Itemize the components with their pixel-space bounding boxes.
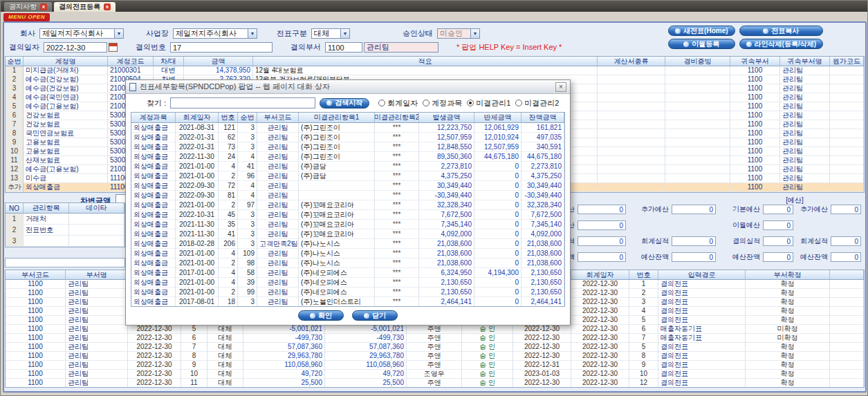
radio-회계일자[interactable]: 회계일자 xyxy=(378,98,418,109)
table-row[interactable]: 3 xyxy=(6,236,124,247)
budget-value-field[interactable]: 0 xyxy=(763,252,793,262)
table-row[interactable]: 외상매출금2022-10-31453관리팀(주)꼬매요코리아***7,672,5… xyxy=(131,210,564,220)
calendar-icon[interactable] xyxy=(109,43,118,52)
cell: 관리팀 xyxy=(780,75,830,84)
column-header: 귀속부서 xyxy=(730,57,780,66)
cell: 외상매출금 xyxy=(131,249,176,258)
budget-value-field[interactable]: 0 xyxy=(578,252,626,262)
table-row[interactable]: 1100관리팀2022-12-306대체-499,730-499,730주앤승 … xyxy=(6,334,864,343)
site-select[interactable]: 제일저지주식회사 ▼ xyxy=(173,28,257,39)
cell: 12,507,959 xyxy=(474,142,521,152)
table-row[interactable]: 외상매출금2021-11-30353관리팀(주)꼬매요코리아***7,345,1… xyxy=(131,220,564,229)
radio-미결관리1[interactable]: 미결관리1 xyxy=(467,98,510,109)
cell: 57,087,360 xyxy=(243,343,325,352)
line-delete-button[interactable]: 라인삭제(등록/삭제) xyxy=(739,39,823,49)
budget-value-field[interactable]: 0 xyxy=(763,236,793,246)
budget-value-field[interactable]: 0 xyxy=(672,236,716,246)
table-row[interactable]: 1100관리팀2022-12-309대체110,058,960110,058,9… xyxy=(6,361,864,370)
copy-voucher-button[interactable]: 전표복사 xyxy=(739,26,823,36)
table-row[interactable]: 외상매출금2021-01-00439관리팀(주)네오피에스***2,130,65… xyxy=(131,278,564,287)
dept-code-field[interactable]: 1100 xyxy=(325,42,362,53)
budget-value-field[interactable]: 0 xyxy=(672,252,716,262)
radio-label: 미결관리2 xyxy=(524,98,559,109)
cell: 대체 xyxy=(207,343,243,352)
budget-value-field[interactable]: 0 xyxy=(831,205,861,214)
table-row[interactable]: 외상매출금2021-01-00299관리팀(주)네오피에스***2,130,65… xyxy=(131,287,564,297)
table-row[interactable]: 외상매출금2021-01-00296관리팀(주)금담***4,375,25004… xyxy=(131,171,564,181)
budget-value-field[interactable]: 0 xyxy=(578,236,626,246)
table-row[interactable]: 1100관리팀2022-12-307대체57,087,36057,087,360… xyxy=(6,343,864,352)
management-items-body: 1거래처2전표번호3 xyxy=(6,214,124,247)
cell: 10 xyxy=(6,147,24,156)
table-row[interactable]: 1미지급금(거래처)21000301대변14,378,95012월 4대보험료1… xyxy=(6,66,864,75)
ok-button[interactable]: 확인 xyxy=(298,310,344,321)
cell: 2,130,650 xyxy=(521,278,564,287)
close-button[interactable]: 닫기 xyxy=(352,310,398,321)
table-row[interactable]: 외상매출금2021-08-311213관리팀(주)그린조이***12,223,7… xyxy=(131,123,564,133)
search-button[interactable]: 검색시작 xyxy=(320,98,369,109)
table-row[interactable]: 외상매출금2022-11-30244관리팀(주)그린조이***89,350,36… xyxy=(131,152,564,162)
budget-value-field[interactable]: 0 xyxy=(763,205,793,214)
table-row[interactable]: 외상매출금2021-01-004109관리팀(주)나노시스***21,038,6… xyxy=(131,249,564,258)
dept-label: 결의부서 xyxy=(290,42,321,53)
popup-search-input[interactable] xyxy=(170,97,315,109)
table-row[interactable]: 외상매출금2021-01-00441관리팀(주)금담***2,273,81002… xyxy=(131,162,564,171)
table-row[interactable]: 외상매출금2021-11-30413관리팀(주)꼬매요코리아***4,092,0… xyxy=(131,229,564,239)
close-icon[interactable]: × xyxy=(555,82,566,92)
budget-value-field[interactable]: 0 xyxy=(831,252,861,262)
approval-select[interactable]: 미승인 ▼ xyxy=(437,28,480,39)
table-row[interactable]: 외상매출금2022-09-30724관리팀***30,349,440030,34… xyxy=(131,181,564,191)
table-row[interactable]: 2전표번호 xyxy=(6,225,124,236)
cell: 4,092,000 xyxy=(419,229,474,239)
company-select[interactable]: 제일저지주식회사 ▼ xyxy=(39,28,124,39)
close-icon[interactable]: x xyxy=(40,3,47,10)
budget-value-field[interactable]: 0 xyxy=(578,220,626,230)
budget-value-field[interactable]: 0 xyxy=(672,205,716,214)
table-row[interactable]: 1100관리팀2022-12-308대체29,963,78029,963,780… xyxy=(6,352,864,361)
cell xyxy=(830,379,864,388)
table-row[interactable]: 1100관리팀2022-12-3010대체49,72049,720조영우승 인2… xyxy=(6,370,864,379)
cell: -30,349,440 xyxy=(419,191,474,200)
cell: 관리팀 xyxy=(257,123,299,133)
cell: 0 xyxy=(474,200,521,210)
table-row[interactable]: 외상매출금2017-01-00458관리팀(주)네오피에스***6,324,95… xyxy=(131,268,564,278)
budget-value-field[interactable]: 0 xyxy=(763,220,793,230)
management-item-input[interactable] xyxy=(5,258,125,267)
table-row[interactable]: 외상매출금2022-01-31733관리팀(주)그린조이***12,848,55… xyxy=(131,142,564,152)
cell xyxy=(299,181,375,191)
popup-title-bar[interactable]: 전표세부항목(SPNDCDPop) 팝업 -- 웹 페이지 대화 상자 × xyxy=(126,80,570,94)
date-field[interactable]: 2022-12-30 xyxy=(44,42,107,53)
table-row[interactable]: 1100관리팀2022-12-3011대체25,50025,500주앤승 인20… xyxy=(6,379,864,388)
cell: 2022-12-30 xyxy=(571,280,629,289)
budget-value-field[interactable]: 0 xyxy=(831,236,861,246)
cell: 관리팀 xyxy=(257,200,299,210)
cell: 5 xyxy=(181,325,207,334)
budget-value-field[interactable]: 0 xyxy=(578,205,626,214)
table-row[interactable]: 외상매출금2021-01-00297관리팀(주)꼬매요코리아***32,328,… xyxy=(131,200,564,210)
table-row[interactable]: 외상매출금2018-02-282063고객만족2팀(JJ(주)나노시스***21… xyxy=(131,239,564,249)
table-row[interactable]: 외상매출금2021-01-00298관리팀(주)나노시스***21,038,60… xyxy=(131,258,564,268)
cell: 4 xyxy=(219,278,238,287)
slip-type-select[interactable]: 대체 ▼ xyxy=(311,28,350,39)
table-row[interactable]: 외상매출금2017-08-01183관리팀(주)노블인더스트리***2,464,… xyxy=(131,297,564,307)
close-button-icon xyxy=(364,313,369,319)
cell: 99 xyxy=(238,287,257,297)
table-row[interactable]: 외상매출금2022-09-30814관리팀***-30,349,4400-30,… xyxy=(131,191,564,200)
carryover-button[interactable]: 이월등록 xyxy=(668,39,735,49)
table-row[interactable]: 외상매출금2022-01-31623관리팀(주)그린조이***12,507,95… xyxy=(131,133,564,142)
tab-voucher-entry[interactable]: 결의전표등록 x xyxy=(54,2,116,12)
table-row[interactable]: 1100관리팀2022-12-305대체-5,001,021-5,001,021… xyxy=(6,325,864,334)
new-voucher-button[interactable]: 새전표(Home) xyxy=(668,26,735,36)
cell: 73 xyxy=(219,142,238,152)
table-row[interactable]: 1거래처 xyxy=(6,214,124,225)
menu-open-badge[interactable]: MENU OPEN xyxy=(3,13,50,21)
tab-notice[interactable]: 공지사항 x xyxy=(4,2,52,12)
radio-icon xyxy=(515,100,522,106)
voucher-no-field[interactable]: 17 xyxy=(170,42,273,53)
cell: *** xyxy=(375,191,419,200)
close-icon[interactable]: x xyxy=(104,3,111,10)
radio-계정과목[interactable]: 계정과목 xyxy=(423,98,462,109)
cell: 확정 xyxy=(746,379,830,388)
radio-미결관리2[interactable]: 미결관리2 xyxy=(515,98,559,109)
cell: 12월 4대보험료 xyxy=(253,66,598,75)
